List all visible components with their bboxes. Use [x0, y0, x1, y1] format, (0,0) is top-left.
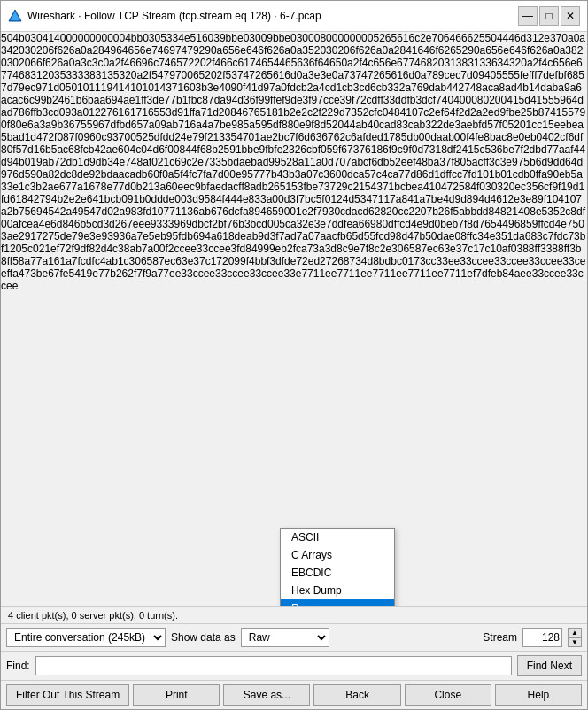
- find-input[interactable]: [35, 656, 512, 675]
- window-controls: — □ ✕: [518, 6, 580, 26]
- main-window: Wireshark · Follow TCP Stream (tcp.strea…: [0, 0, 588, 710]
- close-button-action[interactable]: Close: [405, 684, 491, 706]
- dropdown-item-raw[interactable]: Raw: [281, 599, 394, 606]
- help-button[interactable]: Help: [495, 684, 582, 706]
- action-row: Filter Out This Stream Print Save as... …: [1, 680, 587, 709]
- save-as-button[interactable]: Save as...: [223, 684, 310, 706]
- dropdown-item-carrays[interactable]: C Arrays: [281, 546, 394, 564]
- controls-row: Entire conversation (245kB) Show data as…: [1, 623, 587, 651]
- status-text: 4 client pkt(s), 0 server pkt(s), 0 turn…: [8, 610, 178, 621]
- title-bar: Wireshark · Follow TCP Stream (tcp.strea…: [1, 1, 587, 32]
- content-container: 504b030414000000000004bb0305334e516039bb…: [1, 32, 587, 606]
- stream-text: 504b030414000000000004bb0305334e516039bb…: [1, 32, 587, 292]
- stream-spinner[interactable]: ▲ ▼: [568, 628, 582, 647]
- dropdown-item-ebcdic[interactable]: EBCDIC: [281, 564, 394, 582]
- find-row: Find: Find Next: [1, 651, 587, 680]
- filter-out-button[interactable]: Filter Out This Stream: [6, 684, 129, 706]
- maximize-button[interactable]: □: [539, 6, 559, 26]
- status-bar: 4 client pkt(s), 0 server pkt(s), 0 turn…: [1, 606, 587, 623]
- close-button[interactable]: ✕: [561, 6, 580, 26]
- show-data-label: Show data as: [171, 631, 236, 644]
- minimize-button[interactable]: —: [518, 6, 538, 26]
- print-button[interactable]: Print: [133, 684, 220, 706]
- stream-up-button[interactable]: ▲: [568, 628, 582, 637]
- stream-label: Stream: [483, 631, 517, 644]
- find-label: Find:: [6, 660, 30, 672]
- dropdown-item-ascii[interactable]: ASCII: [281, 529, 394, 546]
- show-data-dropdown[interactable]: ASCII C Arrays EBCDIC Hex Dump Raw UTF-8…: [280, 528, 395, 606]
- window-title: Wireshark · Follow TCP Stream (tcp.strea…: [27, 10, 513, 22]
- find-next-button[interactable]: Find Next: [517, 655, 582, 676]
- dropdown-item-hexdump[interactable]: Hex Dump: [281, 582, 394, 599]
- stream-content-area[interactable]: 504b030414000000000004bb0305334e516039bb…: [1, 32, 587, 606]
- show-data-select[interactable]: Raw: [241, 628, 329, 647]
- wireshark-icon: [8, 9, 22, 23]
- stream-input[interactable]: [522, 628, 562, 647]
- stream-down-button[interactable]: ▼: [568, 637, 582, 647]
- conversation-select[interactable]: Entire conversation (245kB): [6, 628, 166, 647]
- back-button[interactable]: Back: [313, 684, 400, 706]
